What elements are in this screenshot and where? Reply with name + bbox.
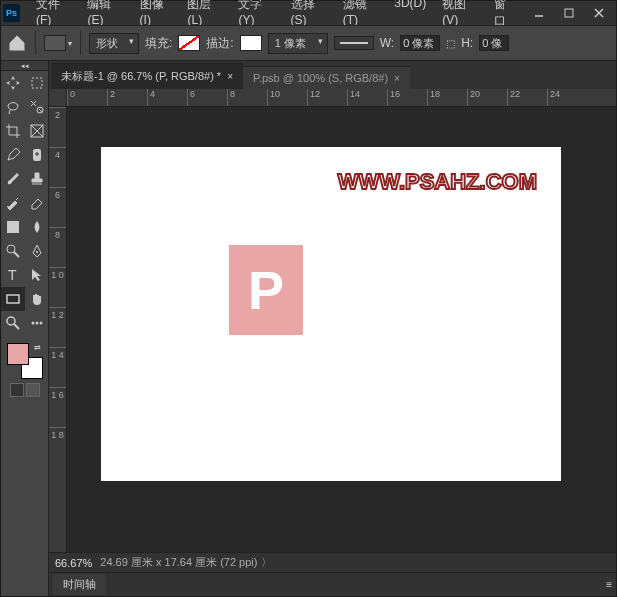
bottom-panel: 时间轴 ≡ <box>49 572 616 596</box>
eyedropper-tool[interactable] <box>1 143 25 167</box>
history-brush-tool[interactable] <box>1 191 25 215</box>
ruler-horizontal[interactable]: 024681012141618202224 <box>67 89 616 107</box>
svg-rect-4 <box>32 78 42 88</box>
width-label: W: <box>380 36 394 50</box>
hand-tool[interactable] <box>25 287 49 311</box>
quick-mask-icon[interactable] <box>10 383 24 397</box>
svg-point-20 <box>32 322 35 325</box>
zoom-tool[interactable] <box>1 311 25 335</box>
doc-dimensions[interactable]: 24.69 厘米 x 17.64 厘米 (72 ppi) 〉 <box>100 555 271 570</box>
eraser-tool[interactable] <box>25 191 49 215</box>
pen-tool[interactable] <box>25 239 49 263</box>
quick-select-tool[interactable] <box>25 95 49 119</box>
canvas-area[interactable]: WWW.PSAHZ.COM P <box>67 107 616 552</box>
ruler-tick: 20 <box>467 89 507 106</box>
tab-close-icon[interactable]: × <box>394 73 400 84</box>
ruler-tick: 1 2 <box>49 307 66 347</box>
tab-close-icon[interactable]: × <box>227 71 233 82</box>
tool-preset[interactable]: ▾ <box>44 35 72 51</box>
text-tool[interactable]: T <box>1 263 25 287</box>
width-input[interactable] <box>400 35 440 51</box>
svg-point-13 <box>7 245 15 253</box>
artboard-tool[interactable] <box>25 71 49 95</box>
pink-letter-layer: P <box>229 245 303 335</box>
app-window: Ps 文件(F) 编辑(E) 图像(I) 图层(L) 文字(Y) 选择(S) 滤… <box>0 0 617 597</box>
stroke-swatch[interactable] <box>240 35 262 51</box>
ruler-tick: 1 6 <box>49 387 66 427</box>
ps-logo: Ps <box>3 4 20 22</box>
ruler-tick: 1 4 <box>49 347 66 387</box>
status-bar: 66.67% 24.69 厘米 x 17.64 厘米 (72 ppi) 〉 <box>49 552 616 572</box>
link-wh-icon[interactable]: ⬚ <box>446 38 455 49</box>
titlebar: Ps 文件(F) 编辑(E) 图像(I) 图层(L) 文字(Y) 选择(S) 滤… <box>1 1 616 25</box>
screen-mode-icon[interactable] <box>26 383 40 397</box>
svg-point-18 <box>7 317 15 325</box>
watermark-text: WWW.PSAHZ.COM <box>338 169 537 195</box>
stroke-width-dropdown[interactable]: 1 像素 <box>268 33 328 54</box>
stroke-style-dropdown[interactable] <box>334 36 374 50</box>
path-select-tool[interactable] <box>25 263 49 287</box>
doc-tab-1[interactable]: 未标题-1 @ 66.7% (P, RGB/8#) * × <box>51 63 243 89</box>
height-label: H: <box>461 36 473 50</box>
gradient-tool[interactable] <box>1 215 25 239</box>
ruler-tick: 6 <box>187 89 227 106</box>
options-bar: ▾ 形状 填充: 描边: 1 像素 W: ⬚ H: <box>1 25 616 61</box>
zoom-level[interactable]: 66.67% <box>55 557 92 569</box>
minimize-btn[interactable] <box>524 3 554 23</box>
more-tools[interactable] <box>25 311 49 335</box>
window-controls <box>524 3 614 23</box>
ruler-tick: 16 <box>387 89 427 106</box>
move-tool[interactable] <box>1 71 25 95</box>
svg-text:T: T <box>8 267 17 283</box>
ruler-origin[interactable] <box>49 89 67 107</box>
toolbox-collapse[interactable]: ◂◂ <box>1 61 48 71</box>
swap-colors-icon[interactable]: ⇄ <box>34 343 41 352</box>
ruler-tick: 8 <box>227 89 267 106</box>
ruler-tick: 2 <box>107 89 147 106</box>
stamp-tool[interactable] <box>25 167 49 191</box>
fill-swatch[interactable] <box>178 35 200 51</box>
lasso-tool[interactable] <box>1 95 25 119</box>
maximize-btn[interactable] <box>554 3 584 23</box>
height-input[interactable] <box>479 35 509 51</box>
crop-tool[interactable] <box>1 119 25 143</box>
frame-tool[interactable] <box>25 119 49 143</box>
ruler-tick: 1 0 <box>49 267 66 307</box>
toolbox: ◂◂ T <box>1 61 49 596</box>
ruler-tick: 18 <box>427 89 467 106</box>
ruler-tick: 14 <box>347 89 387 106</box>
ruler-tick: 22 <box>507 89 547 106</box>
ruler-tick: 1 8 <box>49 427 66 467</box>
panel-menu-icon[interactable]: ≡ <box>606 579 612 590</box>
workspace: 未标题-1 @ 66.7% (P, RGB/8#) * × P.psb @ 10… <box>49 61 616 596</box>
ruler-tick: 4 <box>49 147 66 187</box>
close-btn[interactable] <box>584 3 614 23</box>
document-canvas[interactable]: WWW.PSAHZ.COM P <box>101 147 561 481</box>
ruler-tick: 4 <box>147 89 187 106</box>
blur-tool[interactable] <box>25 215 49 239</box>
ruler-vertical[interactable]: 24681 01 21 41 61 8 <box>49 107 67 552</box>
home-icon[interactable] <box>7 33 27 53</box>
ruler-tick: 10 <box>267 89 307 106</box>
ruler-tick: 8 <box>49 227 66 267</box>
tab-label: P.psb @ 100% (S, RGB/8#) <box>253 72 388 84</box>
color-area: ⇄ <box>1 335 48 401</box>
shape-mode-dropdown[interactable]: 形状 <box>89 33 139 54</box>
ruler-tick: 12 <box>307 89 347 106</box>
svg-rect-1 <box>565 9 573 17</box>
dodge-tool[interactable] <box>1 239 25 263</box>
svg-point-21 <box>36 322 39 325</box>
rectangle-tool[interactable] <box>1 287 25 311</box>
svg-rect-12 <box>7 221 19 233</box>
timeline-tab[interactable]: 时间轴 <box>53 574 106 595</box>
svg-point-22 <box>40 322 43 325</box>
ruler-tick: 2 <box>49 107 66 147</box>
stroke-label: 描边: <box>206 35 233 52</box>
doc-tab-2[interactable]: P.psb @ 100% (S, RGB/8#) × <box>243 66 410 89</box>
heal-tool[interactable] <box>25 143 49 167</box>
svg-rect-17 <box>7 295 19 303</box>
document-tabs: 未标题-1 @ 66.7% (P, RGB/8#) * × P.psb @ 10… <box>49 61 616 89</box>
brush-tool[interactable] <box>1 167 25 191</box>
canvas-container: 024681012141618202224 24681 01 21 41 61 … <box>49 89 616 552</box>
foreground-color[interactable] <box>7 343 29 365</box>
